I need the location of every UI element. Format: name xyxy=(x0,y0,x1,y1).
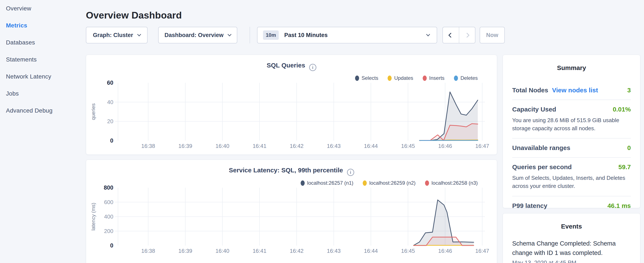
legend-item-selects[interactable]: Selects xyxy=(355,75,378,81)
summary-row-label: Capacity Used xyxy=(512,106,556,113)
view-nodes-link[interactable]: View nodes list xyxy=(552,87,598,94)
service-latency-chart[interactable]: 16:3816:3916:4016:4116:4216:4316:4416:45… xyxy=(86,185,497,255)
svg-text:16:39: 16:39 xyxy=(178,143,192,149)
chart-header: SQL Queries i xyxy=(86,62,497,71)
svg-text:16:45: 16:45 xyxy=(401,248,415,254)
event-item[interactable]: Schema Change Completed: Schema change w… xyxy=(512,239,631,263)
event-text: Schema Change Completed: Schema change w… xyxy=(512,239,631,257)
sidebar-nav-list: OverviewMetricsDatabasesStatementsNetwor… xyxy=(6,5,86,114)
summary-rows: Total NodesView nodes list3Capacity Used… xyxy=(512,81,631,215)
legend-item-updates[interactable]: Updates xyxy=(388,75,413,81)
svg-text:16:38: 16:38 xyxy=(141,143,155,149)
legend-item-localhost-26257-n1[interactable]: localhost:26257 (n1) xyxy=(301,180,353,186)
summary-title: Summary xyxy=(503,64,640,72)
sql-queries-chart[interactable]: 16:3816:3916:4016:4116:4216:4316:4416:45… xyxy=(86,80,497,151)
summary-row-capacity-used: Capacity Used0.01%You are using 28.6 MiB… xyxy=(512,100,631,139)
summary-row-label: P99 latency xyxy=(512,202,547,209)
legend-dot-icon xyxy=(423,76,427,81)
summary-row-value: 59.7 xyxy=(618,163,631,171)
chevron-right-icon xyxy=(464,33,470,38)
chevron-down-icon xyxy=(137,32,141,36)
legend-item-inserts[interactable]: Inserts xyxy=(423,75,444,81)
svg-text:16:46: 16:46 xyxy=(438,143,452,149)
summary-row-label: Queries per second xyxy=(512,163,572,171)
controls-divider xyxy=(250,27,250,43)
svg-text:16:38: 16:38 xyxy=(141,248,155,254)
summary-row-queries-per-second: Queries per second59.7Sum of Selects, Up… xyxy=(512,158,631,196)
events-list: Schema Change Completed: Schema change w… xyxy=(503,239,640,263)
svg-text:16:41: 16:41 xyxy=(252,248,266,254)
page-title: Overview Dashboard xyxy=(86,10,182,21)
sidebar-item-advanced-debug[interactable]: Advanced Debug xyxy=(6,107,86,114)
chart-title: Service Latency: SQL, 99th percentile xyxy=(229,167,343,174)
svg-text:16:45: 16:45 xyxy=(401,143,415,149)
sidebar-item-metrics[interactable]: Metrics xyxy=(6,22,86,29)
svg-text:200: 200 xyxy=(104,228,113,234)
legend-item-localhost-26258-n3[interactable]: localhost:26258 (n3) xyxy=(425,180,478,186)
chart-header: Service Latency: SQL, 99th percentile i xyxy=(86,167,497,176)
legend-label: Inserts xyxy=(429,75,444,81)
legend-item-deletes[interactable]: Deletes xyxy=(454,75,478,81)
summary-row-head: Total NodesView nodes list3 xyxy=(512,87,631,94)
chart-legend: localhost:26257 (n1)localhost:26259 (n2)… xyxy=(301,180,478,186)
legend-label: Deletes xyxy=(460,75,478,81)
summary-row-label: Unavailable ranges xyxy=(512,144,570,151)
now-button[interactable]: Now xyxy=(480,27,505,43)
service-latency-chart-card: Service Latency: SQL, 99th percentile i … xyxy=(86,160,497,263)
time-shift-forward-button[interactable] xyxy=(459,27,475,43)
svg-text:16:44: 16:44 xyxy=(364,143,378,149)
legend-label: Updates xyxy=(394,75,413,81)
controls-bar: Graph: Cluster Dashboard: Overview 10m P… xyxy=(86,27,505,43)
svg-text:16:39: 16:39 xyxy=(178,248,192,254)
summary-row-value: 0.01% xyxy=(613,106,631,113)
dashboard-dropdown[interactable]: Dashboard: Overview xyxy=(158,27,237,43)
legend-dot-icon xyxy=(301,180,305,186)
svg-text:16:46: 16:46 xyxy=(438,248,452,254)
svg-text:16:43: 16:43 xyxy=(327,143,340,149)
sidebar-nav: OverviewMetricsDatabasesStatementsNetwor… xyxy=(0,0,86,263)
sidebar-item-databases[interactable]: Databases xyxy=(6,39,86,46)
summary-row-head: P99 latency46.1 ms xyxy=(512,202,631,209)
chevron-down-icon xyxy=(426,32,430,36)
events-title: Events xyxy=(503,223,640,230)
svg-text:40: 40 xyxy=(107,99,113,105)
graph-scope-dropdown[interactable]: Graph: Cluster xyxy=(86,27,148,43)
svg-text:20: 20 xyxy=(107,118,113,124)
time-range-label: Past 10 Minutes xyxy=(284,32,328,39)
svg-text:400: 400 xyxy=(104,213,113,220)
chevron-left-icon xyxy=(448,33,453,38)
summary-row-value: 0 xyxy=(627,144,631,151)
graph-scope-dropdown-label: Graph: Cluster xyxy=(93,32,133,39)
legend-dot-icon xyxy=(388,76,392,81)
legend-dot-icon xyxy=(355,76,359,81)
sidebar-item-network-latency[interactable]: Network Latency xyxy=(6,73,86,80)
sql-queries-chart-card: SQL Queries i SelectsUpdatesInsertsDelet… xyxy=(86,55,497,155)
legend-dot-icon xyxy=(454,76,458,81)
summary-row-description: Sum of Selects, Updates, Inserts, and De… xyxy=(512,174,631,190)
svg-text:16:41: 16:41 xyxy=(252,143,266,149)
legend-label: localhost:26258 (n3) xyxy=(432,180,478,186)
svg-text:16:44: 16:44 xyxy=(364,248,378,254)
events-panel: Events Schema Change Completed: Schema c… xyxy=(502,213,640,263)
svg-text:16:43: 16:43 xyxy=(327,248,340,254)
sidebar-item-overview[interactable]: Overview xyxy=(6,5,86,12)
dashboard-dropdown-label: Dashboard: Overview xyxy=(164,32,224,39)
legend-item-localhost-26259-n2[interactable]: localhost:26259 (n2) xyxy=(363,180,416,186)
legend-dot-icon xyxy=(425,180,429,186)
summary-row-p99-latency: P99 latency46.1 ms xyxy=(512,196,631,215)
svg-text:0: 0 xyxy=(110,242,113,249)
chart-title: SQL Queries xyxy=(266,62,305,69)
info-icon[interactable]: i xyxy=(347,169,354,176)
time-range-dropdown[interactable]: 10m Past 10 Minutes xyxy=(257,27,437,43)
svg-text:queries: queries xyxy=(90,103,96,120)
info-icon[interactable]: i xyxy=(309,64,316,71)
sidebar-item-statements[interactable]: Statements xyxy=(6,56,86,63)
svg-text:0: 0 xyxy=(110,137,113,144)
svg-text:16:47: 16:47 xyxy=(476,248,489,254)
svg-text:latency (ms): latency (ms) xyxy=(90,203,96,231)
sidebar-item-jobs[interactable]: Jobs xyxy=(6,90,86,97)
svg-text:800: 800 xyxy=(104,185,113,191)
event-timestamp: May 13, 2020 at 4:45 PM xyxy=(512,259,631,263)
summary-row-head: Capacity Used0.01% xyxy=(512,106,631,113)
time-shift-back-button[interactable] xyxy=(443,27,459,43)
